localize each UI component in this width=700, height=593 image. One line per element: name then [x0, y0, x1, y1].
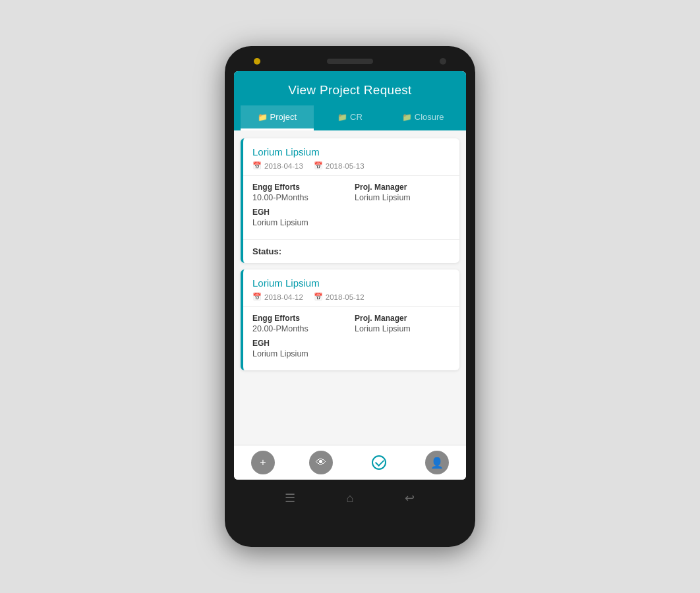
phone-bottom-bar: ☰ ⌂ ↩ — [234, 480, 466, 511]
card-1-body: Engg Efforts 10.00-PMonths Proj. Manager… — [243, 176, 459, 239]
nav-add[interactable]: + — [234, 451, 292, 474]
card-2-engg-efforts: Engg Efforts 20.00-PMonths — [252, 314, 348, 333]
card-1-engg-value: 10.00-PMonths — [252, 193, 348, 202]
calendar-icon-3: 📅 — [252, 293, 262, 301]
tab-closure[interactable]: 📁 Closure — [386, 105, 459, 130]
tab-project[interactable]: 📁 Project — [241, 105, 314, 130]
app-title: View Project Request — [241, 83, 459, 105]
home-button[interactable]: ⌂ — [341, 489, 359, 507]
card-2-engg-label: Engg Efforts — [252, 314, 348, 323]
card-2-end-value: 2018-05-12 — [326, 293, 365, 301]
card-1-egh: EGH Lorium Lipsium — [252, 208, 450, 227]
card-2-egh: EGH Lorium Lipsium — [252, 339, 450, 358]
cr-tab-icon: 📁 — [337, 113, 347, 122]
card-2-start-value: 2018-04-12 — [264, 293, 303, 301]
project-card-2[interactable]: Lorium Lipsium 📅 2018-04-12 📅 2018-05-12 — [241, 269, 459, 370]
card-2-body: Engg Efforts 20.00-PMonths Proj. Manager… — [243, 307, 459, 370]
tab-closure-label: Closure — [415, 112, 444, 122]
card-1-pm-value: Lorium Lipsium — [355, 193, 450, 202]
card-2-header: Lorium Lipsium 📅 2018-04-12 📅 2018-05-12 — [243, 269, 459, 307]
project-card-1[interactable]: Lorium Lipsium 📅 2018-04-13 📅 2018-05-13 — [241, 138, 459, 263]
tab-cr[interactable]: 📁 CR — [314, 105, 387, 130]
add-icon: + — [251, 451, 275, 474]
tab-project-label: Project — [270, 112, 297, 122]
card-2-date-start: 📅 2018-04-12 — [252, 293, 303, 301]
project-tab-icon: 📁 — [258, 113, 268, 122]
card-1-egh-value: Lorium Lipsium — [252, 218, 450, 227]
card-2-title: Lorium Lipsium — [252, 277, 450, 289]
card-1-fields-row1: Engg Efforts 10.00-PMonths Proj. Manager… — [252, 183, 450, 202]
card-1-dates: 📅 2018-04-13 📅 2018-05-13 — [252, 161, 450, 170]
tab-bar: 📁 Project 📁 CR 📁 Closure — [241, 105, 459, 130]
card-1-engg-efforts: Engg Efforts 10.00-PMonths — [252, 183, 348, 202]
phone-speaker — [327, 59, 373, 64]
card-2-pm-value: Lorium Lipsium — [355, 324, 450, 333]
nav-user[interactable]: 👤 — [408, 451, 466, 474]
check-circle-icon — [367, 451, 391, 474]
phone-sensor — [254, 58, 260, 65]
card-2-pm-label: Proj. Manager — [355, 314, 450, 323]
card-1-header: Lorium Lipsium 📅 2018-04-13 📅 2018-05-13 — [243, 138, 459, 176]
calendar-icon-1: 📅 — [252, 161, 262, 170]
card-2-egh-value: Lorium Lipsium — [252, 349, 450, 358]
back-button[interactable]: ↩ — [401, 489, 419, 507]
user-icon: 👤 — [425, 451, 449, 474]
card-1-engg-label: Engg Efforts — [252, 183, 348, 192]
eye-icon: 👁 — [309, 451, 333, 474]
nav-check[interactable] — [350, 451, 408, 474]
card-2-fields-row1: Engg Efforts 20.00-PMonths Proj. Manager… — [252, 314, 450, 333]
content-area: Lorium Lipsium 📅 2018-04-13 📅 2018-05-13 — [234, 130, 466, 445]
card-1-date-start: 📅 2018-04-13 — [252, 161, 303, 170]
card-1-status: Status: — [243, 239, 459, 263]
bottom-nav: + 👁 👤 — [234, 445, 466, 480]
tab-cr-label: CR — [350, 112, 363, 122]
closure-tab-icon: 📁 — [402, 113, 412, 122]
card-1-proj-manager: Proj. Manager Lorium Lipsium — [355, 183, 450, 202]
phone-device: View Project Request 📁 Project 📁 CR 📁 Cl… — [225, 46, 475, 547]
calendar-icon-2: 📅 — [314, 161, 323, 170]
menu-button[interactable]: ☰ — [281, 489, 299, 507]
card-1-start-value: 2018-04-13 — [264, 162, 303, 170]
card-2-proj-manager: Proj. Manager Lorium Lipsium — [355, 314, 450, 333]
card-2-egh-label: EGH — [252, 339, 450, 348]
phone-screen: View Project Request 📁 Project 📁 CR 📁 Cl… — [234, 71, 466, 480]
card-1-title: Lorium Lipsium — [252, 146, 450, 157]
card-1-date-end: 📅 2018-05-13 — [314, 161, 365, 170]
phone-camera — [440, 58, 446, 65]
checkmark-icon — [372, 455, 386, 470]
nav-view[interactable]: 👁 — [292, 451, 350, 474]
card-2-engg-value: 20.00-PMonths — [252, 324, 348, 333]
card-2-date-end: 📅 2018-05-12 — [314, 293, 365, 301]
card-1-egh-label: EGH — [252, 208, 450, 217]
card-1-end-value: 2018-05-13 — [326, 162, 365, 170]
calendar-icon-4: 📅 — [314, 293, 323, 301]
phone-top-bar — [234, 58, 466, 71]
card-2-dates: 📅 2018-04-12 📅 2018-05-12 — [252, 293, 450, 301]
card-1-pm-label: Proj. Manager — [355, 183, 450, 192]
app-header: View Project Request 📁 Project 📁 CR 📁 Cl… — [234, 71, 466, 130]
